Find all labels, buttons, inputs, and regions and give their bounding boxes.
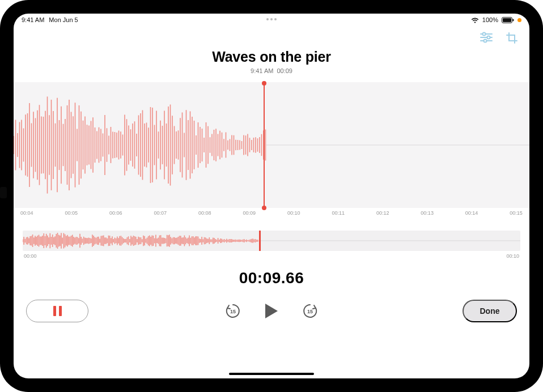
elapsed-counter: 00:09.66 <box>14 269 529 287</box>
screen: 9:41 AM Mon Jun 5 100% <box>14 14 529 378</box>
ipad-device-frame: 9:41 AM Mon Jun 5 100% <box>0 0 543 392</box>
battery-percent: 100% <box>482 16 498 23</box>
overview-end-label: 00:10 <box>506 253 519 259</box>
recording-indicator-dot <box>517 18 521 22</box>
ruler-tick: 00:12 <box>376 210 389 219</box>
ruler-tick: 00:09 <box>243 210 256 219</box>
skip-back-15-button[interactable]: 15 <box>224 302 241 319</box>
device-side-button <box>0 187 7 198</box>
svg-marker-329 <box>265 304 278 318</box>
top-toolbar <box>480 32 518 46</box>
svg-point-8 <box>483 39 486 42</box>
waveform-detail-graphic <box>14 82 529 208</box>
skip-back-value: 15 <box>224 302 241 319</box>
multitask-dots[interactable] <box>266 18 277 20</box>
play-button[interactable] <box>264 302 279 319</box>
ruler-tick: 00:11 <box>332 210 345 219</box>
ruler-tick: 00:14 <box>465 210 478 219</box>
playback-options-button[interactable] <box>480 32 493 46</box>
ruler-tick: 00:07 <box>154 210 167 219</box>
ruler-tick: 00:13 <box>421 210 434 219</box>
transport-controls: 15 15 Done <box>14 295 529 327</box>
recording-duration: 00:09 <box>277 67 292 74</box>
skip-forward-15-button[interactable]: 15 <box>302 302 319 319</box>
recording-time: 9:41 AM <box>251 67 273 74</box>
status-bar: 9:41 AM Mon Jun 5 100% <box>14 14 529 26</box>
wifi-icon <box>471 17 479 23</box>
status-date: Mon Jun 5 <box>49 16 78 23</box>
overview-start-label: 00:00 <box>24 253 37 259</box>
pause-icon <box>53 306 62 316</box>
waveform-overview[interactable] <box>23 231 520 251</box>
ruler-tick: 00:15 <box>510 210 523 219</box>
waveform-detail[interactable] <box>14 82 529 208</box>
overview-playhead[interactable] <box>259 231 261 251</box>
waveform-overview-graphic <box>23 231 520 251</box>
ruler-tick: 00:10 <box>287 210 300 219</box>
time-ruler: 00:0400:0500:0600:0700:0800:0900:1000:11… <box>14 208 529 219</box>
svg-point-6 <box>487 36 490 39</box>
recording-header: Waves on the pier 9:41 AM00:09 <box>14 49 529 74</box>
ruler-tick: 00:04 <box>20 210 33 219</box>
svg-point-4 <box>482 32 485 35</box>
status-time: 9:41 AM <box>22 16 44 23</box>
ruler-tick: 00:05 <box>65 210 78 219</box>
svg-rect-2 <box>513 19 514 21</box>
pause-record-button[interactable] <box>26 300 88 322</box>
recording-title[interactable]: Waves on the pier <box>14 49 529 65</box>
trim-button[interactable] <box>506 32 518 46</box>
ruler-tick: 00:08 <box>198 210 211 219</box>
skip-fwd-value: 15 <box>302 302 319 319</box>
ruler-tick: 00:06 <box>109 210 122 219</box>
home-indicator[interactable] <box>229 373 314 375</box>
svg-rect-1 <box>503 18 511 22</box>
battery-icon <box>502 17 514 23</box>
recording-subtitle: 9:41 AM00:09 <box>14 67 529 74</box>
done-button[interactable]: Done <box>463 300 517 322</box>
